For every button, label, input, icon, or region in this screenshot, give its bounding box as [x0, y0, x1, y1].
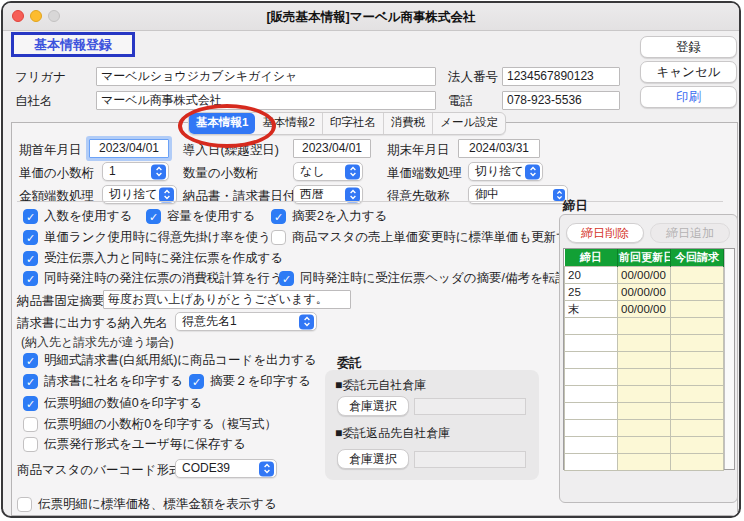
closing-cell[interactable]: [671, 301, 724, 318]
checkbox-icon[interactable]: [23, 374, 38, 389]
warehouse-field-origin[interactable]: [414, 398, 526, 415]
phone-input[interactable]: 078-923-5536: [502, 91, 620, 110]
closing-cell[interactable]: [565, 352, 618, 369]
tab-consumption-tax[interactable]: 消費税: [383, 113, 433, 134]
checkbox-icon[interactable]: [146, 209, 161, 224]
fiscal-end-input[interactable]: 2024/03/31: [458, 139, 540, 158]
furigana-input[interactable]: マーベルショウジカブシキガイシャ: [96, 67, 436, 86]
closing-cell[interactable]: [618, 454, 671, 471]
closing-cell[interactable]: [671, 403, 724, 420]
closing-table-row[interactable]: [565, 403, 724, 420]
closing-table-row[interactable]: [565, 386, 724, 403]
checkbox-icon[interactable]: [23, 209, 38, 224]
title-bar[interactable]: [販売基本情報]マーベル商事株式会社: [3, 3, 739, 31]
stepper-icon[interactable]: [345, 187, 360, 202]
closing-cell[interactable]: [671, 267, 724, 284]
checkbox-icon[interactable]: [271, 230, 286, 245]
closing-table-row[interactable]: [565, 335, 724, 352]
warehouse-field-return[interactable]: [414, 451, 526, 468]
intro-date-input[interactable]: 2023/04/01: [293, 139, 371, 158]
closing-cell[interactable]: [671, 335, 724, 352]
checkbox-icon[interactable]: [23, 251, 38, 266]
checkbox-use-customer-rate[interactable]: 単価ランク使用時に得意先掛け率を使う: [23, 229, 271, 246]
checkbox-icon[interactable]: [23, 417, 38, 432]
closing-cell[interactable]: [671, 386, 724, 403]
stepper-icon[interactable]: [299, 314, 314, 329]
closing-cell[interactable]: [618, 352, 671, 369]
closing-cell[interactable]: [565, 403, 618, 420]
qty-decimal-select[interactable]: なし: [293, 162, 363, 181]
closing-cell[interactable]: 25: [565, 284, 618, 301]
checkbox-icon[interactable]: [17, 497, 32, 512]
tab-basic-info-2[interactable]: 基本情報2: [255, 113, 321, 134]
stepper-icon[interactable]: [159, 187, 174, 202]
checkbox-print-zero-decimal[interactable]: 伝票明細の小数桁0を印字する（複写式）: [23, 416, 277, 433]
checkbox-icon[interactable]: [23, 230, 38, 245]
closing-cell[interactable]: [618, 437, 671, 454]
closing-cell[interactable]: [565, 369, 618, 386]
stepper-icon[interactable]: [345, 164, 360, 179]
closing-table-row[interactable]: [565, 352, 724, 369]
checkbox-icon[interactable]: [23, 437, 38, 452]
stepper-icon[interactable]: [151, 164, 166, 179]
checkbox-icon[interactable]: [23, 396, 38, 411]
fixed-summary-input[interactable]: 毎度お買い上げありがとうございます。: [103, 290, 351, 309]
checkbox-po-tax-calc[interactable]: 同時発注時の発注伝票の消費税計算を行う: [23, 270, 283, 287]
checkbox-icon[interactable]: [279, 271, 294, 286]
closing-cell[interactable]: [618, 318, 671, 335]
fiscal-start-input[interactable]: 2023/04/01: [89, 139, 169, 158]
checkbox-use-capacity[interactable]: 容量を使用する: [146, 208, 255, 225]
barcode-format-select[interactable]: CODE39: [175, 459, 277, 478]
checkbox-print-product-code[interactable]: 明細式請求書(白紙用紙)に商品コードを出力する: [23, 352, 317, 369]
closing-cell[interactable]: [618, 403, 671, 420]
checkbox-update-std-price[interactable]: 商品マスタの売上単価変更時に標準単価も更新する: [271, 229, 582, 246]
tab-print-company-name[interactable]: 印字社名: [322, 113, 383, 134]
closing-cell[interactable]: [565, 386, 618, 403]
closing-cell[interactable]: [671, 284, 724, 301]
closing-cell[interactable]: [618, 386, 671, 403]
closing-cell[interactable]: [565, 318, 618, 335]
checkbox-icon[interactable]: [271, 209, 286, 224]
checkbox-create-po-with-so[interactable]: 受注伝票入力と同時に発注伝票を作成する: [23, 250, 283, 267]
closing-cell[interactable]: [671, 454, 724, 471]
checkbox-save-per-user[interactable]: 伝票発行形式をユーザ毎に保存する: [23, 436, 246, 453]
checkbox-use-case-qty[interactable]: 入数を使用する: [23, 208, 132, 225]
closing-cell[interactable]: [671, 369, 724, 386]
closing-cell[interactable]: [618, 369, 671, 386]
closing-table-row[interactable]: 2000/00/00: [565, 267, 724, 284]
closing-table-row[interactable]: [565, 369, 724, 386]
closing-cell[interactable]: 00/00/00: [618, 301, 671, 318]
checkbox-print-zero-value[interactable]: 伝票明細の数値0を印字する: [23, 395, 202, 412]
stepper-icon[interactable]: [259, 461, 274, 476]
unit-rounding-select[interactable]: 切り捨て: [468, 162, 543, 181]
checkbox-print-company-name[interactable]: 請求書に社名を印字する: [23, 373, 183, 390]
warehouse-select-button-return[interactable]: 倉庫選択: [337, 449, 409, 469]
closing-table-scrollbar[interactable]: [724, 249, 734, 469]
closing-table-row[interactable]: 末00/00/00: [565, 301, 724, 318]
closing-table-row[interactable]: [565, 318, 724, 335]
closing-cell[interactable]: 末: [565, 301, 618, 318]
register-button[interactable]: 登録: [640, 36, 737, 58]
cancel-button[interactable]: キャンセル: [640, 61, 737, 83]
closing-cell[interactable]: [671, 318, 724, 335]
closing-table-row[interactable]: [565, 420, 724, 437]
closing-table-row[interactable]: [565, 437, 724, 454]
closing-cell[interactable]: [565, 437, 618, 454]
closing-cell[interactable]: [565, 454, 618, 471]
closing-cell[interactable]: [618, 335, 671, 352]
closing-cell[interactable]: [671, 352, 724, 369]
closing-delete-button[interactable]: 締日削除: [566, 223, 644, 243]
closing-cell[interactable]: 00/00/00: [618, 284, 671, 301]
unit-decimal-select[interactable]: 1: [102, 162, 169, 181]
closing-cell[interactable]: [671, 420, 724, 437]
checkbox-icon[interactable]: [23, 353, 38, 368]
corporate-number-input[interactable]: 1234567890123: [502, 67, 620, 86]
company-name-input[interactable]: マーベル商事株式会社: [96, 91, 436, 110]
checkbox-copy-header-memo[interactable]: 同時発注時に受注伝票ヘッダの摘要/備考を転記する: [279, 270, 593, 287]
closing-table-row[interactable]: 2500/00/00: [565, 284, 724, 301]
checkbox-input-summary2[interactable]: 摘要2を入力する: [271, 208, 387, 225]
print-button[interactable]: 印刷: [640, 86, 737, 108]
closing-cell[interactable]: [618, 420, 671, 437]
closing-cell[interactable]: [565, 335, 618, 352]
checkbox-print-summary2[interactable]: 摘要２を印字する: [189, 373, 311, 390]
